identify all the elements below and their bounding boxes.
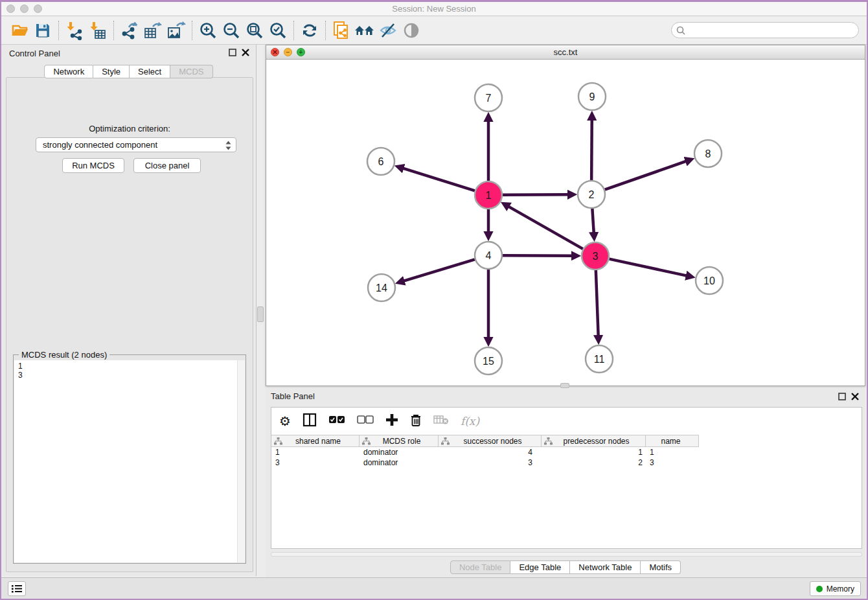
import-table-icon[interactable] [86, 19, 109, 42]
tab-node-table[interactable]: Node Table [450, 560, 511, 574]
apply-layout-icon[interactable] [298, 19, 321, 42]
clone-network-icon[interactable] [330, 19, 353, 42]
cell-mcds-role[interactable]: dominator [360, 457, 439, 468]
memory-label: Memory [827, 584, 854, 594]
cell-predecessor-nodes[interactable]: 1 [542, 447, 646, 457]
table-settings-icon[interactable]: ⚙ [279, 415, 291, 428]
chevron-up-down-icon [225, 140, 232, 153]
column-header-predecessor-nodes[interactable]: predecessor nodes [542, 435, 646, 446]
search-input[interactable] [689, 26, 858, 35]
task-history-button[interactable] [8, 581, 26, 596]
zoom-in-icon[interactable] [196, 19, 220, 42]
tab-select[interactable]: Select [130, 65, 170, 78]
graph-node-label-8: 8 [705, 148, 711, 159]
open-file-icon[interactable] [8, 19, 31, 42]
tab-mcds[interactable]: MCDS [170, 65, 212, 78]
select-all-rows-icon[interactable] [328, 415, 345, 427]
hide-selected-icon[interactable] [376, 19, 400, 42]
graph-edge-1-2[interactable] [503, 194, 569, 195]
cell-predecessor-nodes[interactable]: 2 [542, 457, 646, 468]
graph-edge-3-11[interactable] [596, 270, 599, 337]
graph-edge-2-8[interactable] [605, 161, 687, 190]
cell-shared-name[interactable]: 3 [271, 457, 360, 468]
tree-icon [274, 437, 282, 445]
titlebar: Session: New Session [1, 2, 867, 16]
memory-button[interactable]: Memory [810, 581, 861, 596]
search-field[interactable] [671, 22, 859, 38]
run-mcds-button[interactable]: Run MCDS [62, 158, 124, 173]
toolbar-separator [58, 21, 59, 40]
vertical-splitter-handle[interactable] [257, 306, 264, 322]
close-panel-button[interactable]: Close panel [133, 158, 201, 173]
network-canvas[interactable]: 7968124314101511 [266, 60, 865, 386]
tab-style[interactable]: Style [93, 65, 130, 78]
table-panel-title: Table Panel [271, 391, 315, 401]
table-row[interactable]: 1 dominator 4 1 1 [271, 447, 699, 457]
close-panel-icon[interactable] [242, 49, 249, 56]
horizontal-splitter-handle[interactable] [560, 383, 569, 388]
zoom-selected-icon[interactable] [266, 19, 290, 42]
cell-mcds-role[interactable]: dominator [360, 447, 439, 457]
column-header-shared-name[interactable]: shared name [271, 435, 360, 446]
criterion-dropdown[interactable]: strongly connected component [36, 137, 236, 152]
column-visibility-icon[interactable] [303, 413, 317, 430]
result-scrollbar[interactable] [237, 360, 245, 562]
cell-successor-nodes[interactable]: 3 [439, 457, 542, 468]
tab-motifs[interactable]: Motifs [641, 560, 681, 574]
export-table-icon[interactable] [141, 19, 165, 42]
table-header-row: shared name MCDS role successor nodes pr… [271, 435, 699, 447]
zoom-fit-icon[interactable] [243, 19, 266, 42]
table-toolbar: ⚙ f(x) [271, 408, 862, 435]
toolbar-separator [113, 21, 114, 40]
optimization-criterion-label: Optimization criterion: [6, 124, 253, 133]
cell-name[interactable]: 1 [646, 447, 699, 457]
graph-node-label-6: 6 [378, 156, 384, 167]
delete-row-icon[interactable] [410, 413, 422, 430]
show-all-networks-icon[interactable] [353, 19, 376, 42]
export-image-icon[interactable] [165, 19, 188, 42]
mcds-result-text[interactable]: 1 3 [14, 360, 237, 562]
graph-edge-4-3[interactable] [503, 255, 573, 256]
save-session-icon[interactable] [31, 19, 54, 42]
network-window-titlebar[interactable]: ✕ − + scc.txt [266, 45, 865, 60]
table-tabs: Node Table Edge Table Network Table Moti… [266, 560, 865, 574]
show-hidden-icon[interactable] [400, 19, 423, 42]
float-table-panel-icon[interactable] [838, 393, 846, 400]
graph-node-label-9: 9 [589, 91, 595, 102]
mcds-result-title: MCDS result (2 nodes) [19, 350, 109, 360]
function-builder-icon[interactable]: f(x) [461, 415, 479, 428]
graph-node-label-10: 10 [703, 275, 715, 286]
graph-edge-4-14[interactable] [403, 259, 475, 281]
column-header-name[interactable]: name [646, 435, 699, 446]
zoom-out-icon[interactable] [220, 19, 243, 42]
graph-node-label-1: 1 [486, 190, 492, 201]
session-title: Session: New Session [1, 4, 867, 14]
tab-network[interactable]: Network [44, 65, 93, 78]
column-header-mcds-role[interactable]: MCDS role [360, 435, 439, 446]
add-row-icon[interactable] [385, 413, 398, 429]
graph-edge-3-10[interactable] [610, 259, 688, 276]
graph-edge-2-3[interactable] [592, 209, 593, 234]
float-panel-icon[interactable] [229, 49, 236, 56]
delete-table-icon[interactable] [433, 415, 449, 428]
collapsed-splitter[interactable] [271, 552, 862, 557]
import-network-icon[interactable] [63, 19, 86, 42]
graph-edge-3-1[interactable] [508, 206, 583, 249]
tree-icon [441, 437, 450, 445]
tab-network-table[interactable]: Network Table [570, 560, 641, 574]
graph-edge-1-6[interactable] [402, 168, 475, 190]
graph-edge-2-9[interactable] [591, 119, 592, 180]
deselect-all-rows-icon[interactable] [357, 415, 374, 427]
cell-name[interactable]: 3 [646, 457, 699, 468]
column-header-successor-nodes[interactable]: successor nodes [439, 435, 542, 446]
toolbar-separator [192, 21, 192, 40]
graph-node-label-7: 7 [486, 93, 492, 104]
tab-edge-table[interactable]: Edge Table [510, 560, 570, 574]
network-window-title: scc.txt [266, 47, 865, 57]
cell-successor-nodes[interactable]: 4 [439, 447, 542, 457]
table-row[interactable]: 3 dominator 3 2 3 [271, 457, 699, 468]
export-network-icon[interactable] [118, 19, 141, 42]
network-graph[interactable]: 7968124314101511 [266, 60, 865, 386]
cell-shared-name[interactable]: 1 [271, 447, 360, 457]
close-table-panel-icon[interactable] [851, 393, 859, 400]
